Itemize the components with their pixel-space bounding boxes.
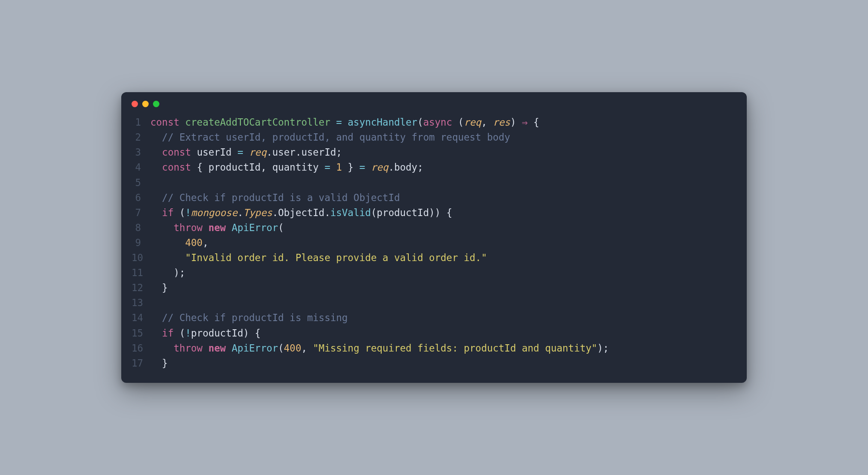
token: 400 <box>284 343 302 354</box>
line-number: 9 <box>132 235 150 250</box>
line-number: 15 <box>132 326 150 341</box>
token: (productId)) { <box>371 207 452 218</box>
code-content: throw new ApiError( <box>150 220 284 235</box>
token: , <box>481 117 493 128</box>
token: .ObjectId. <box>272 207 330 218</box>
token: .body; <box>388 162 423 173</box>
code-line: 9 400, <box>132 235 736 250</box>
token: async <box>423 117 452 128</box>
line-number: 11 <box>132 265 150 280</box>
token: ! <box>185 328 191 339</box>
token <box>150 252 185 263</box>
code-content: if (!mongoose.Types.ObjectId.isValid(pro… <box>150 205 452 220</box>
token: ); <box>597 343 609 354</box>
token: productId) { <box>191 328 261 339</box>
token: userId <box>197 147 237 158</box>
line-number: 5 <box>132 175 150 190</box>
code-line: 1const createAddTOCartController = async… <box>132 115 736 130</box>
token: ) <box>510 117 522 128</box>
code-content: // Check if productId is missing <box>150 310 348 325</box>
token: throw <box>174 343 203 354</box>
token: = <box>237 147 243 158</box>
code-line: 17 } <box>132 356 736 371</box>
token: ApiError <box>232 343 278 354</box>
code-content: throw new ApiError(400, "Missing require… <box>150 341 609 356</box>
token: = <box>324 162 330 173</box>
token: { <box>528 117 539 128</box>
code-line: 4 const { productId, quantity = 1 } = re… <box>132 160 736 175</box>
token <box>203 343 209 354</box>
line-number: 6 <box>132 190 150 205</box>
token <box>342 117 348 128</box>
token <box>150 147 162 158</box>
token: if <box>162 328 174 339</box>
token: // Check if productId is a valid ObjectI… <box>150 192 400 203</box>
line-number: 16 <box>132 341 150 356</box>
token: new <box>208 222 226 233</box>
token: ); <box>150 267 185 278</box>
code-line: 3 const userId = req.user.userId; <box>132 145 736 160</box>
close-icon[interactable] <box>132 101 138 107</box>
token <box>150 328 162 339</box>
code-content: // Check if productId is a valid ObjectI… <box>150 190 400 205</box>
code-line: 7 if (!mongoose.Types.ObjectId.isValid(p… <box>132 205 736 220</box>
token <box>330 162 336 173</box>
token: if <box>162 207 174 218</box>
token: ( <box>452 117 464 128</box>
token <box>365 162 371 173</box>
token: req <box>249 147 266 158</box>
token: asyncHandler <box>348 117 418 128</box>
token <box>150 162 162 173</box>
code-line: 12 } <box>132 280 736 295</box>
token: , <box>301 343 313 354</box>
token: const <box>150 117 185 128</box>
token: ( <box>278 222 284 233</box>
maximize-icon[interactable] <box>153 101 159 107</box>
code-content: 400, <box>150 235 208 250</box>
line-number: 12 <box>132 280 150 295</box>
code-content: if (!productId) { <box>150 326 260 341</box>
token: 1 <box>336 162 342 173</box>
token: "Missing required fields: productId and … <box>313 343 597 354</box>
code-window: 1const createAddTOCartController = async… <box>121 92 747 383</box>
window-titlebar <box>121 92 747 111</box>
token: ( <box>278 343 284 354</box>
code-line: 8 throw new ApiError( <box>132 220 736 235</box>
code-line: 14 // Check if productId is missing <box>132 310 736 325</box>
line-number: 1 <box>132 115 150 130</box>
token: mongoose <box>191 207 237 218</box>
token: } <box>150 358 168 369</box>
token: createAddTOCartController <box>185 117 330 128</box>
token: ApiError <box>232 222 278 233</box>
code-line: 15 if (!productId) { <box>132 326 736 341</box>
token <box>150 222 174 233</box>
token: ( <box>174 328 185 339</box>
token: . <box>237 207 243 218</box>
code-editor[interactable]: 1const createAddTOCartController = async… <box>121 111 747 383</box>
token: } <box>150 282 168 293</box>
code-line: 13 <box>132 295 736 310</box>
line-number: 2 <box>132 130 150 145</box>
code-line: 6 // Check if productId is a valid Objec… <box>132 190 736 205</box>
line-number: 13 <box>132 295 150 310</box>
minimize-icon[interactable] <box>142 101 149 107</box>
code-line: 11 ); <box>132 265 736 280</box>
token: , <box>203 237 209 248</box>
code-content: "Invalid order id. Please provide a vali… <box>150 250 487 265</box>
token: throw <box>174 222 203 233</box>
token: .user.userId; <box>266 147 342 158</box>
token: "Invalid order id. Please provide a vali… <box>185 252 487 263</box>
code-content: const { productId, quantity = 1 } = req.… <box>150 160 423 175</box>
code-content: } <box>150 356 168 371</box>
token <box>150 207 162 218</box>
token <box>226 222 232 233</box>
token: new <box>208 343 226 354</box>
token: } <box>342 162 359 173</box>
line-number: 4 <box>132 160 150 175</box>
token: 400 <box>185 237 203 248</box>
token: const <box>162 162 197 173</box>
token: req <box>464 117 482 128</box>
token: ( <box>417 117 423 128</box>
code-line: 10 "Invalid order id. Please provide a v… <box>132 250 736 265</box>
token: // Check if productId is missing <box>150 312 348 323</box>
